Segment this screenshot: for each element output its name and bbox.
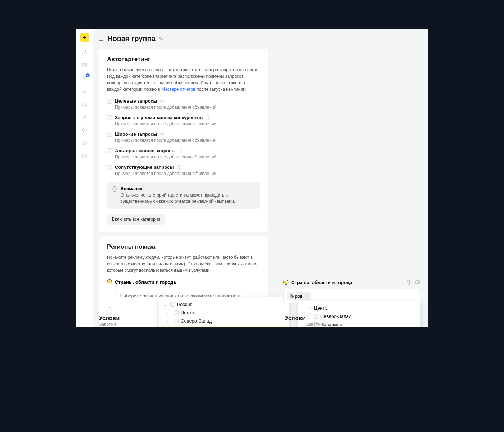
list-icon[interactable] xyxy=(81,62,88,68)
svg-point-4 xyxy=(83,76,86,79)
help-icon[interactable]: ? xyxy=(179,148,183,153)
target-label: Сопутствующие запросы xyxy=(115,165,174,170)
conditions-sub: Заполни xyxy=(99,322,116,327)
help-icon[interactable]: ? xyxy=(160,99,165,103)
target-label: Альтернативные запросы xyxy=(115,148,176,153)
countries-radio[interactable] xyxy=(107,279,112,284)
target-sub: Примеры появятся после добавления объявл… xyxy=(115,154,260,159)
target-checkbox[interactable] xyxy=(107,99,112,104)
chart-icon[interactable] xyxy=(81,88,88,94)
autotarget-desc: Показ объявлений на основе автоматическо… xyxy=(107,67,260,93)
tree-row[interactable]: ›Центр xyxy=(159,309,289,317)
target-item: Сопутствующие запросы? Примеры появятся … xyxy=(107,165,260,176)
group-icon: ☰ xyxy=(99,36,104,42)
reports-link[interactable]: Мастере отчетов xyxy=(161,87,195,92)
svg-point-0 xyxy=(84,50,86,52)
target-item: Альтернативные запросы? Примеры появятся… xyxy=(107,148,260,159)
sidebar: + 1 xyxy=(76,29,93,327)
target-label: Широкие запросы xyxy=(115,131,157,137)
autotarget-title: Автотаргетинг xyxy=(107,56,260,63)
alert-text: Отключение категорий таргетинга может пр… xyxy=(121,192,255,204)
countries-radio-label: Страны, области и города xyxy=(115,279,176,285)
help-icon[interactable]: ? xyxy=(206,115,210,120)
wrench-icon[interactable] xyxy=(81,114,88,120)
bulb-icon[interactable]: 1 xyxy=(81,75,88,81)
add-button[interactable]: + xyxy=(80,33,89,42)
target-checkbox[interactable] xyxy=(107,148,112,153)
regions-title: Регионы показа xyxy=(107,243,260,251)
conditions-sub-r: Заполни xyxy=(306,322,323,327)
target-label: Целевые запросы xyxy=(115,98,157,104)
region-tag: Киров✕ xyxy=(287,292,311,300)
target-checkbox[interactable] xyxy=(107,115,112,120)
enable-all-button[interactable]: Включить все категории xyxy=(107,214,165,225)
page-title: Новая группа xyxy=(107,35,156,43)
left-pane: ☰ Новая группа ✎ Автотаргетинг Показ объ… xyxy=(93,29,275,327)
tree-row[interactable]: ›Северо-Запад xyxy=(159,317,289,325)
svg-rect-1 xyxy=(82,63,87,67)
trash-icon[interactable] xyxy=(406,279,411,285)
target-checkbox[interactable] xyxy=(107,165,112,170)
conditions-heading-r: Услови xyxy=(285,315,306,321)
target-label: Запросы с упоминанием конкурентов xyxy=(115,115,203,120)
warning-alert: ! Внимание! Отключение категорий таргети… xyxy=(107,182,260,209)
alt-radio[interactable] xyxy=(107,307,112,312)
region-tree-left: ⌄Россия ›Центр›Северо-Запад›Поволжье›Юг›… xyxy=(159,297,289,327)
user-icon[interactable] xyxy=(81,49,88,55)
page-header: ☰ Новая группа ✎ xyxy=(93,35,275,49)
tree-row-russia[interactable]: ⌄Россия xyxy=(159,300,289,309)
folder-icon[interactable] xyxy=(81,153,88,159)
help-icon[interactable]: ? xyxy=(177,165,181,170)
alert-title: Внимание! xyxy=(121,186,255,191)
conditions-heading: Услови xyxy=(99,315,120,321)
target-sub: Примеры появятся после добавления объявл… xyxy=(115,171,260,176)
regions-desc: Покажите рекламу людям, которые живут, р… xyxy=(107,254,260,274)
help-icon[interactable]: ? xyxy=(160,132,165,136)
edit-icon[interactable]: ✎ xyxy=(159,36,163,42)
target-checkbox[interactable] xyxy=(107,132,112,137)
target-item: Широкие запросы? Примеры появятся после … xyxy=(107,131,260,143)
right-pane: Страны, области и города Киров✕ xyxy=(283,279,420,303)
tag-remove-icon[interactable]: ✕ xyxy=(305,293,309,299)
tree-row[interactable]: ›Северо-Запад xyxy=(298,312,420,320)
tree-row[interactable]: Центр xyxy=(298,304,420,312)
info-icon[interactable] xyxy=(81,127,88,133)
svg-point-9 xyxy=(85,129,85,129)
svg-rect-6 xyxy=(82,103,87,106)
tree-row[interactable]: ›Поволжье xyxy=(159,325,289,327)
copy-icon[interactable] xyxy=(414,279,420,285)
svg-rect-10 xyxy=(416,281,419,284)
target-item: Целевые запросы? Примеры появятся после … xyxy=(107,98,260,110)
target-sub: Примеры появятся после добавления объявл… xyxy=(115,105,260,110)
target-sub: Примеры появятся после добавления объявл… xyxy=(115,138,260,143)
target-item: Запросы с упоминанием конкурентов? Приме… xyxy=(107,115,260,126)
countries-label-r: Страны, области и города xyxy=(291,280,403,285)
target-sub: Примеры появятся после добавления объявл… xyxy=(115,121,260,126)
thumbs-up-icon[interactable] xyxy=(81,140,88,146)
countries-radio-r[interactable] xyxy=(283,280,288,285)
briefcase-icon[interactable] xyxy=(81,101,88,107)
autotarget-card: Автотаргетинг Показ объявлений на основе… xyxy=(99,49,268,232)
alert-icon: ! xyxy=(112,186,117,192)
